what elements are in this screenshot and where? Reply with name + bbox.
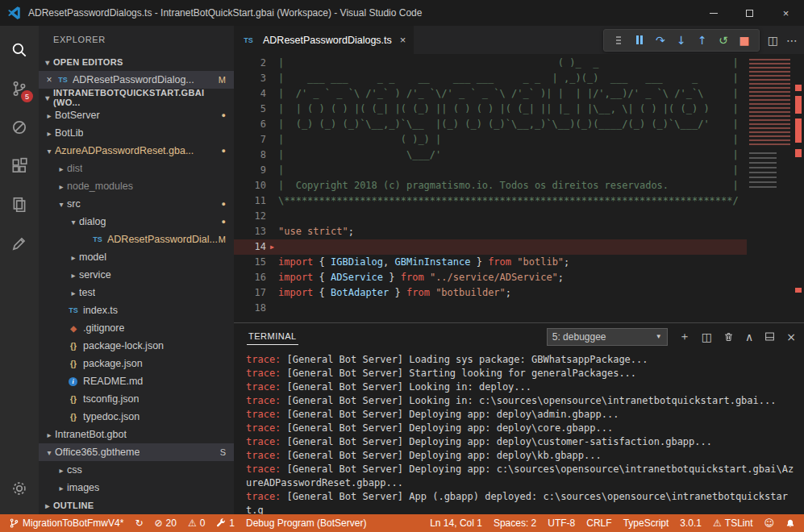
step-over-icon[interactable]: ↷ — [651, 31, 670, 49]
split-editor-icon[interactable]: ◫ — [768, 34, 778, 47]
tree-item-dialog[interactable]: ▾dialog● — [39, 213, 234, 231]
status-label: 1 — [229, 517, 235, 529]
step-out-icon[interactable]: ↑ — [693, 31, 712, 49]
tree-item-package-lock-json[interactable]: {}package-lock.json — [39, 337, 234, 355]
tree-item-adresetpassworddial[interactable]: TSADResetPasswordDial...M — [39, 231, 234, 248]
status-language-mode[interactable]: TypeScript — [618, 514, 675, 532]
status-cursor-position[interactable]: Ln 14, Col 1 — [424, 514, 488, 532]
code-line-3[interactable]: 3| ___ ___ _ _ __ ___ ___ _ _ | ,_)(_) _… — [234, 71, 747, 86]
tree-item-css[interactable]: ▸css — [39, 461, 234, 479]
status-sync[interactable]: ↻ — [129, 514, 148, 532]
tree-item-package-json[interactable]: {}package.json — [39, 355, 234, 372]
code-line-5[interactable]: 5| | ( ) ( ) |( (_| |( (_) || ( ) ( ) |(… — [234, 102, 747, 117]
extensions-icon[interactable] — [0, 147, 39, 185]
pause-icon[interactable] — [630, 31, 649, 49]
tree-item-gitignore[interactable]: ◆.gitignore — [39, 319, 234, 337]
tab-terminal[interactable]: TERMINAL — [247, 328, 298, 345]
close-panel-icon[interactable]: × — [786, 330, 796, 343]
statusbar-right: Ln 14, Col 1Spaces: 2UTF-8CRLFTypeScript… — [424, 514, 801, 532]
tree-item-dist[interactable]: ▸dist — [39, 160, 234, 177]
terminal-line: trace: [General Bot Server] Looking in: … — [246, 380, 796, 394]
status-notifications[interactable] — [780, 514, 801, 532]
status-label: UTF-8 — [548, 517, 575, 529]
search-icon[interactable] — [0, 31, 39, 69]
status-feedback[interactable]: ☺ — [758, 514, 780, 532]
status-indentation[interactable]: Spaces: 2 — [488, 514, 542, 532]
tree-item-intranetbot-gbot[interactable]: ▸IntranetBot.gbot — [39, 426, 234, 443]
tree-item-images[interactable]: ▸images — [39, 479, 234, 497]
status-tasks[interactable]: 1 — [210, 514, 240, 532]
code-line-14[interactable]: 14▶ — [234, 239, 747, 255]
workspace-section-header[interactable]: ▾ INTRANETBOTQUICKSTART.GBAI (WO... — [39, 89, 234, 106]
status-problems-errors[interactable]: ⊘20 — [148, 514, 181, 532]
code-line-17[interactable]: 17import { BotAdapter } from "botbuilder… — [234, 285, 747, 301]
tree-item-index-ts[interactable]: TSindex.ts — [39, 301, 234, 319]
code-editor[interactable]: 2| ( )_ _ |3| ___ ___ _ _ __ ___ ___ _ _… — [234, 54, 804, 322]
more-actions-icon[interactable]: ⋯ — [786, 34, 798, 47]
close-editor-icon[interactable]: × — [44, 74, 55, 85]
status-eol[interactable]: CRLF — [581, 514, 617, 532]
tree-item-office365-gbtheme[interactable]: ▾Office365.gbthemeS — [39, 443, 234, 461]
code-line-4[interactable]: 4| /' _ ` _ `\ /'_` ) /'_ `\/' _ ` _ `\ … — [234, 86, 747, 102]
overview-ruler[interactable] — [793, 54, 804, 322]
tree-item-botserver[interactable]: ▸BotServer● — [39, 106, 234, 124]
outline-section-header[interactable]: ▸ OUTLINE — [39, 497, 234, 514]
code-line-16[interactable]: 16import { ADService } from "../service/… — [234, 270, 747, 285]
status-debug-config[interactable]: Debug Program (BotServer) — [240, 514, 372, 532]
tree-item-node-modules[interactable]: ▸node_modules — [39, 177, 234, 195]
restart-icon[interactable]: ↺ — [714, 31, 733, 49]
modified-dot-icon: ● — [222, 147, 226, 155]
code-line-15[interactable]: 15import { IGBDialog, GBMinInstance } fr… — [234, 255, 747, 270]
terminal-output[interactable]: trace: [General Bot Server] Loading sys … — [234, 350, 804, 514]
tree-item-test[interactable]: ▸test — [39, 284, 234, 301]
maximize-icon[interactable] — [731, 0, 768, 26]
new-terminal-icon[interactable]: ＋ — [679, 330, 690, 344]
code-line-2[interactable]: 2| ( )_ _ | — [234, 56, 747, 71]
kill-terminal-icon[interactable] — [723, 331, 734, 343]
info-file-icon: i — [69, 377, 77, 386]
code-line-12[interactable]: 12 — [234, 209, 747, 224]
debug-icon[interactable] — [0, 108, 39, 147]
maximize-panel-icon[interactable]: ∧ — [745, 330, 753, 343]
code-line-13[interactable]: 13"use strict"; — [234, 224, 747, 239]
stop-icon[interactable]: ■ — [735, 31, 754, 49]
panel-position-icon[interactable] — [764, 331, 775, 342]
tree-item-src[interactable]: ▾src● — [39, 195, 234, 213]
source-control-icon[interactable]: 5 — [0, 69, 39, 108]
tree-item-label: index.ts — [83, 305, 118, 316]
status-problems-warnings[interactable]: ⚠0 — [182, 514, 210, 532]
code-line-6[interactable]: 6| (_) (_) (_)`\__,_)`\__ |(_) (_) (_)`\… — [234, 117, 747, 132]
edit-icon[interactable] — [0, 224, 39, 263]
code-line-10[interactable]: 10| Copyright 2018 (c) pragmatismo.io. T… — [234, 178, 747, 193]
tree-item-tsconfig-json[interactable]: {}tsconfig.json — [39, 390, 234, 408]
open-editor-item[interactable]: × TS ADResetPasswordDialog... M — [39, 71, 234, 89]
close-tab-icon[interactable]: × — [400, 34, 406, 46]
code-line-11[interactable]: 11\*************************************… — [234, 193, 747, 209]
tree-item-model[interactable]: ▸model — [39, 248, 234, 266]
status-encoding[interactable]: UTF-8 — [542, 514, 581, 532]
files-icon[interactable] — [0, 185, 39, 224]
code-line-9[interactable]: 9| | — [234, 163, 747, 178]
step-into-icon[interactable]: ↓ — [672, 31, 691, 49]
close-window-icon[interactable]: × — [768, 0, 804, 26]
status-tslint[interactable]: ⚠TSLint — [707, 514, 758, 532]
chevron-down-icon: ▼ — [656, 333, 662, 340]
minimap[interactable] — [747, 54, 793, 322]
tab-adresetpassworddialogs[interactable]: TS ADResetPasswordDialogs.ts × — [234, 26, 414, 54]
code-content: 2| ( )_ _ |3| ___ ___ _ _ __ ___ ___ _ _… — [234, 54, 747, 322]
settings-gear-icon[interactable] — [0, 469, 39, 508]
open-editors-header[interactable]: ▾ OPEN EDITORS — [39, 53, 234, 71]
tree-item-service[interactable]: ▸service — [39, 266, 234, 284]
code-line-8[interactable]: 8| \___/' | — [234, 148, 747, 163]
split-terminal-icon[interactable]: ◫ — [702, 330, 712, 343]
code-line-18[interactable]: 18 — [234, 301, 747, 316]
status-typescript-version[interactable]: 3.0.1 — [674, 514, 707, 532]
code-line-7[interactable]: 7| ( )_) | | — [234, 132, 747, 148]
status-git-branch[interactable]: MigrationToBotFmwV4* — [3, 514, 129, 532]
tree-item-typedoc-json[interactable]: {}typedoc.json — [39, 408, 234, 426]
terminal-instance-dropdown[interactable]: 5: debuggee ▼ — [547, 328, 668, 346]
minimize-icon[interactable] — [695, 0, 731, 26]
tree-item-botlib[interactable]: ▸BotLib — [39, 124, 234, 142]
tree-item-readme-md[interactable]: iREADME.md — [39, 372, 234, 390]
tree-item-azureadpasswordreset-gba[interactable]: ▾AzureADPasswordReset.gba...● — [39, 142, 234, 160]
